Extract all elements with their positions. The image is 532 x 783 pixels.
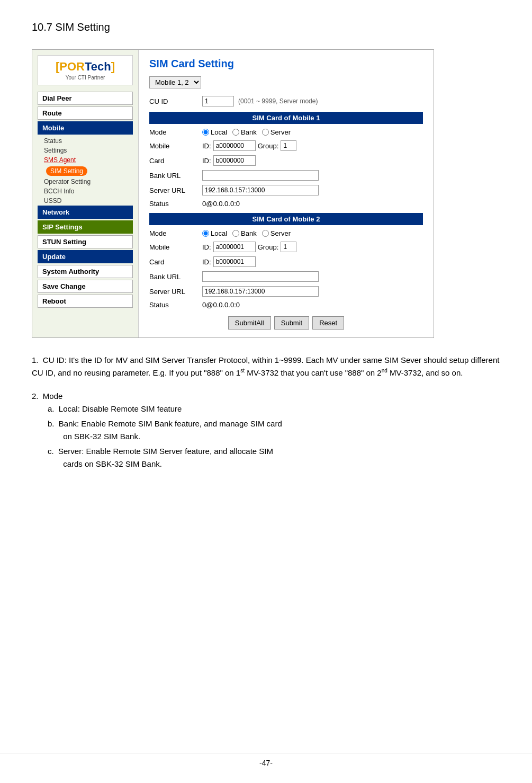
sidebar-subitem-operator-setting[interactable]: Operator Setting: [38, 177, 133, 186]
sidebar-item-route[interactable]: Route: [38, 106, 133, 120]
sim1-mobile-label: Mobile: [149, 142, 202, 150]
desc-item-2: 2. Mode a. Local: Disable Remote SIM fea…: [32, 390, 500, 470]
sidebar-item-stun-setting[interactable]: STUN Setting: [38, 235, 133, 248]
cu-id-row: CU ID (0001 ~ 9999, Server mode): [149, 96, 423, 106]
sim2-card-id-label: ID:: [202, 258, 211, 266]
sim2-mode-group: Local Bank Server: [202, 229, 291, 237]
sim2-card-row: Card ID:: [149, 256, 423, 267]
page-title: 10.7 SIM Setting: [32, 21, 500, 33]
sim2-mode-bank[interactable]: Bank: [232, 229, 257, 237]
cu-id-input[interactable]: [202, 96, 234, 106]
sim2-mode-local[interactable]: Local: [202, 229, 227, 237]
sidebar-subitem-settings[interactable]: Settings: [38, 146, 133, 155]
sim1-status-label: Status: [149, 200, 202, 208]
mobile-select[interactable]: Mobile 1, 2: [149, 76, 201, 88]
section-title: SIM Card Setting: [149, 58, 423, 70]
sim2-server-url-label: Server URL: [149, 288, 202, 296]
sim2-mobile-id-label: ID:: [202, 243, 211, 251]
ui-panel: [PORTech] Your CTI Partner Dial Peer Rou…: [32, 49, 434, 338]
sim1-mode-local[interactable]: Local: [202, 128, 227, 136]
sim2-mode-server[interactable]: Server: [262, 229, 291, 237]
sidebar-item-sip-settings[interactable]: SIP Settings: [38, 220, 133, 234]
description: 1. CU ID: It's the ID for MV and SIM Ser…: [32, 354, 500, 470]
sim1-bank-url-input[interactable]: [202, 170, 319, 181]
logo-brand: [PORTech]: [42, 60, 128, 74]
sidebar-item-network[interactable]: Network: [38, 206, 133, 219]
sim1-status-value: 0@0.0.0.0:0: [202, 200, 240, 208]
sim2-bank-url-input[interactable]: [202, 271, 319, 282]
sim2-server-url-input[interactable]: [202, 286, 319, 297]
sim2-server-url-row: Server URL: [149, 286, 423, 297]
sim1-card-id-input[interactable]: [213, 155, 256, 166]
sidebar-item-update[interactable]: Update: [38, 250, 133, 263]
sim1-card-row: Card ID:: [149, 155, 423, 166]
sim1-mobile-id-label: ID:: [202, 142, 211, 150]
sidebar-item-save-change[interactable]: Save Change: [38, 280, 133, 293]
cu-id-hint: (0001 ~ 9999, Server mode): [238, 97, 318, 105]
desc-subitem-a: a. Local: Disable Remote SIM feature: [48, 403, 500, 415]
sim1-server-url-input[interactable]: [202, 185, 319, 195]
sim1-header: SIM Card of Mobile 1: [149, 112, 423, 124]
sidebar: [PORTech] Your CTI Partner Dial Peer Rou…: [32, 50, 138, 337]
sim2-mobile-label: Mobile: [149, 243, 202, 251]
main-content: SIM Card Setting Mobile 1, 2 CU ID (0001…: [138, 50, 434, 337]
sim2-card-id-input[interactable]: [213, 256, 256, 267]
sim2-mode-label: Mode: [149, 229, 202, 237]
sidebar-subitem-status[interactable]: Status: [38, 136, 133, 146]
sim2-bank-url-row: Bank URL: [149, 271, 423, 282]
sidebar-item-mobile[interactable]: Mobile: [38, 121, 133, 135]
buttons-row: SubmitAll Submit Reset: [149, 316, 423, 330]
sim2-status-row: Status 0@0.0.0.0:0: [149, 301, 423, 309]
sim1-bank-url-row: Bank URL: [149, 170, 423, 181]
desc-item-1-text: 1. CU ID: It's the ID for MV and SIM Ser…: [32, 354, 500, 379]
sidebar-item-reboot[interactable]: Reboot: [38, 295, 133, 308]
sim2-mobile-row: Mobile ID: Group:: [149, 242, 423, 252]
desc-item-1: 1. CU ID: It's the ID for MV and SIM Ser…: [32, 354, 500, 379]
sidebar-subitem-bcch-info[interactable]: BCCH Info: [38, 186, 133, 196]
sidebar-subitem-sim-setting[interactable]: SIM Setting: [46, 166, 87, 176]
sim1-server-url-row: Server URL: [149, 185, 423, 195]
sim2-mobile-id-input[interactable]: [213, 242, 256, 252]
sim2-status-label: Status: [149, 301, 202, 309]
submit-button[interactable]: Submit: [274, 316, 309, 330]
logo-sub: Your CTI Partner: [42, 75, 128, 81]
sim1-bank-url-label: Bank URL: [149, 172, 202, 180]
sidebar-subitem-sms-agent[interactable]: SMS Agent: [38, 155, 133, 165]
sim1-status-row: Status 0@0.0.0.0:0: [149, 200, 423, 208]
sim1-server-url-label: Server URL: [149, 186, 202, 194]
sim2-mode-row: Mode Local Bank Server: [149, 229, 423, 237]
sim1-mobile-group-label: Group:: [258, 142, 279, 150]
reset-button[interactable]: Reset: [312, 316, 344, 330]
sim1-mobile-group-input[interactable]: [281, 140, 296, 151]
page-number: -47-: [259, 759, 273, 767]
sim1-mode-server[interactable]: Server: [262, 128, 291, 136]
desc-subitem-b: b. Bank: Enable Remote SIM Bank feature,…: [48, 417, 500, 443]
desc-item-2-label: 2. Mode: [32, 390, 500, 403]
submit-all-button[interactable]: SubmitAll: [228, 316, 271, 330]
sim1-mode-bank[interactable]: Bank: [232, 128, 257, 136]
sidebar-item-system-authority[interactable]: System Authority: [38, 265, 133, 278]
cu-id-label: CU ID: [149, 97, 202, 105]
sim1-card-id-label: ID:: [202, 157, 211, 165]
desc-item-2-sublist: a. Local: Disable Remote SIM feature b. …: [48, 403, 500, 470]
sim1-mode-group: Local Bank Server: [202, 128, 291, 136]
sim2-mobile-group-input[interactable]: [281, 242, 296, 252]
dropdown-row: Mobile 1, 2: [149, 76, 423, 88]
sim2-header: SIM Card of Mobile 2: [149, 213, 423, 225]
desc-subitem-c: c. Server: Enable Remote SIM Server feat…: [48, 445, 500, 470]
sidebar-subitem-ussd[interactable]: USSD: [38, 196, 133, 206]
sim1-mobile-row: Mobile ID: Group:: [149, 140, 423, 151]
sim2-status-value: 0@0.0.0.0:0: [202, 301, 240, 309]
sim2-bank-url-label: Bank URL: [149, 273, 202, 281]
page-footer: -47-: [0, 753, 532, 767]
sim1-mobile-id-input[interactable]: [213, 140, 256, 151]
sim1-mode-label: Mode: [149, 128, 202, 136]
sidebar-item-dial-peer[interactable]: Dial Peer: [38, 92, 133, 105]
sim1-card-label: Card: [149, 157, 202, 165]
sim2-card-label: Card: [149, 258, 202, 266]
sim1-mode-row: Mode Local Bank Server: [149, 128, 423, 136]
sim2-mobile-group-label: Group:: [258, 243, 279, 251]
logo: [PORTech] Your CTI Partner: [38, 55, 133, 85]
